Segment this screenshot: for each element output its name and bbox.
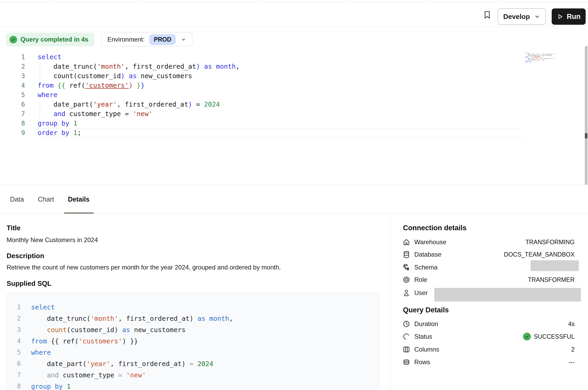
code-line-1: 1select: [0, 52, 588, 62]
editor-minimap[interactable]: 1select2 date_trunc('month', first_order…: [525, 53, 555, 64]
line-number: 3: [7, 324, 21, 336]
line-number: 1: [0, 52, 25, 62]
active-tab-indicator: [64, 212, 94, 214]
columns-icon: [402, 346, 410, 353]
supplied-sql-block: 1select2 date_trunc('month', first_order…: [7, 293, 379, 390]
details-side-panel: Connection details Query Details Warehou…: [390, 214, 588, 390]
schema-label: Schema: [414, 264, 437, 271]
line-number: 5: [0, 90, 25, 100]
home-icon: [402, 238, 410, 246]
code-line-7: 7 and customer_type = 'new': [7, 369, 378, 381]
play-icon: [557, 13, 564, 20]
duration-row: Duration4s: [402, 319, 575, 329]
tab-details[interactable]: Details: [67, 185, 90, 214]
run-button[interactable]: Run: [552, 8, 586, 25]
code-text: order by 1;: [38, 128, 81, 138]
code-line-5: 5where: [0, 90, 588, 100]
code-line-2: 2 date_trunc('month', first_ordered_at) …: [7, 313, 378, 324]
line-number: 5: [7, 347, 21, 358]
rows-label: Rows: [414, 358, 430, 366]
tab-divider: [502, 0, 502, 2]
check-circle-icon: [523, 333, 531, 341]
columns-label: Columns: [414, 346, 439, 353]
database-label: Database: [414, 251, 441, 258]
user-label: User: [414, 289, 428, 297]
code-line-6: 6 date_part('year', first_ordered_at) = …: [0, 100, 588, 109]
tab-data[interactable]: Data: [9, 185, 24, 214]
indent-guide: [40, 62, 40, 81]
line-number: 4: [7, 336, 21, 347]
code-text: count(customer_id) as new_customers: [31, 324, 186, 336]
code-text: date_trunc('month', first_ordered_at) as…: [38, 62, 240, 71]
code-line-9: 9order by 1;: [0, 128, 588, 138]
code-text: and customer_type = 'new': [38, 109, 153, 119]
role-value: TRANSFORMER: [528, 276, 575, 283]
user-redacted-value: [434, 288, 581, 302]
schema-redacted-value: [531, 260, 579, 271]
code-line-8: 8group by 1: [0, 119, 588, 128]
duration-value: 4s: [568, 321, 575, 328]
connection-details-heading: Connection details: [403, 224, 467, 232]
code-line-6: 6 date_part('year', first_ordered_at) = …: [7, 358, 378, 369]
warehouse-label: Warehouse: [414, 238, 446, 246]
line-number: 2: [7, 313, 21, 324]
line-number: 1: [7, 302, 21, 313]
environment-value-badge: PROD: [149, 34, 176, 45]
line-number: 8: [7, 381, 21, 390]
rows-value: ---: [569, 359, 575, 366]
top-tab-strip: [0, 0, 588, 2]
line-number: 7: [0, 109, 25, 119]
query-details-heading: Query Details: [403, 306, 449, 314]
editor-scrollbar-marker: [585, 133, 587, 138]
columns-value: 2: [571, 346, 575, 353]
editor-scrollbar[interactable]: [585, 46, 587, 198]
develop-button[interactable]: Develop: [498, 8, 546, 25]
line-number: 6: [7, 358, 21, 369]
status-label: Status: [414, 333, 432, 340]
line-number: 4: [0, 81, 25, 90]
tab-divider: [263, 0, 263, 2]
code-line-2: 2 date_trunc('month', first_ordered_at) …: [0, 62, 588, 71]
environment-selector[interactable]: Environment: PROD: [101, 33, 192, 46]
line-number: 8: [0, 119, 25, 128]
check-circle-icon: [9, 36, 17, 43]
line-number: 3: [0, 71, 25, 81]
code-text: order by 1;: [525, 62, 532, 63]
supplied-sql-heading: Supplied SQL: [7, 279, 51, 288]
tab-divider: [347, 0, 347, 2]
ide-window: Develop Run Query completed in 4s Enviro…: [0, 0, 588, 390]
chevron-down-icon: [534, 13, 540, 20]
duration-label: Duration: [414, 320, 438, 328]
code-text: select: [31, 302, 55, 313]
schema-icon: [402, 263, 410, 271]
clock-icon: [402, 320, 410, 328]
bookmark-icon[interactable]: [482, 10, 492, 20]
code-line-9: 9order by 1;: [525, 62, 555, 63]
database-row: DatabaseDOCS_TEAM_SANDBOX: [402, 249, 575, 259]
code-line-3: 3 count(customer_id) as new_customers: [7, 324, 378, 336]
code-text: date_trunc('month', first_ordered_at) as…: [31, 313, 233, 324]
develop-button-label: Develop: [503, 13, 530, 21]
code-line-3: 3 count(customer_id) as new_customers: [0, 71, 588, 81]
line-number: 7: [7, 369, 21, 381]
line-number: 9: [0, 128, 25, 138]
warehouse-value: TRANSFORMING: [525, 239, 575, 246]
line-number: 2: [0, 62, 25, 71]
sql-editor[interactable]: 1select2 date_trunc('month', first_order…: [0, 52, 588, 138]
role-label: Role: [414, 276, 427, 283]
tab-divider: [54, 0, 54, 2]
chevron-down-icon: [181, 37, 186, 42]
code-text: from {{ ref('customers') }}: [31, 336, 138, 347]
header-bar: Develop Run: [0, 2, 588, 27]
run-button-label: Run: [567, 13, 580, 21]
code-text: group by 1: [38, 119, 77, 128]
status-row: StatusSUCCESSFUL: [402, 332, 575, 342]
status-icon: [402, 333, 410, 341]
code-line-1: 1select: [7, 302, 378, 313]
tab-chart[interactable]: Chart: [37, 185, 54, 214]
description-value: Retrieve the count of new customers per …: [7, 264, 281, 271]
code-line-7: 7 and customer_type = 'new': [0, 109, 588, 119]
rows-row: Rows---: [402, 357, 575, 367]
columns-row: Columns2: [402, 344, 575, 354]
results-tab-bar: DataChartDetails: [0, 185, 588, 214]
